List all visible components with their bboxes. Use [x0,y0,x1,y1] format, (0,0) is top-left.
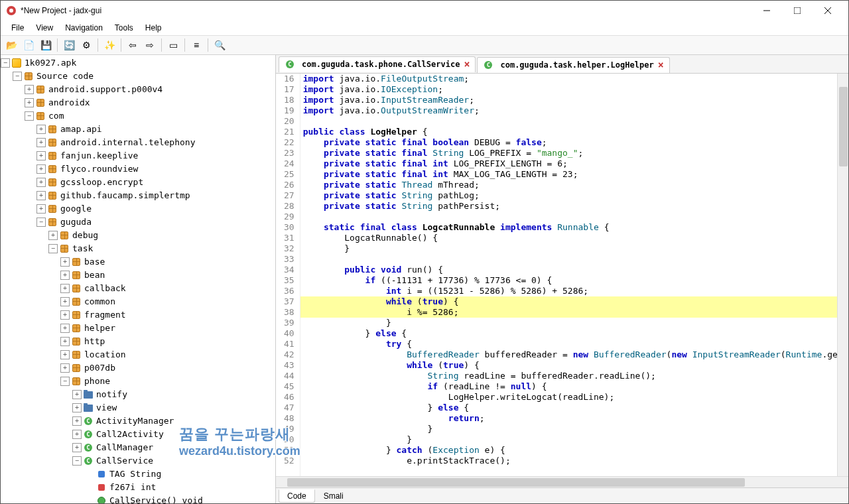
tree-label[interactable]: http [84,336,105,347]
code-line[interactable]: private static Thread mThread; [300,180,848,190]
tree-node[interactable]: −1k0927.apk [1,56,275,70]
tree-label[interactable]: 1k0927.apk [25,57,76,69]
tree-node[interactable]: +flyco.roundview [1,162,275,176]
tree-node[interactable]: +helper [1,322,275,335]
tab-close-icon[interactable]: × [658,59,664,71]
code-line[interactable]: public class LogHelper { [300,127,848,137]
tree-label[interactable]: CallService [96,455,153,467]
code-line[interactable]: public void run() { [300,265,848,275]
tree-node[interactable]: +base [1,255,275,269]
toolbar-forward-button[interactable]: ⇨ [142,37,158,53]
bottom-tab-smali[interactable]: Smali [315,489,352,503]
tree-toggle-icon[interactable]: + [72,390,82,399]
code-line[interactable]: private static String pathLog; [300,190,848,201]
code-line[interactable]: import java.io.IOException; [300,84,848,95]
tree-toggle-icon[interactable]: + [60,257,70,267]
tree-node[interactable]: +callback [1,282,275,295]
tree-node[interactable]: +android.internal.telephony [1,136,275,149]
code-line[interactable]: return; [300,413,848,424]
tree-toggle-icon[interactable]: − [36,218,46,227]
tree-node[interactable]: +CActivityManager [1,414,275,428]
editor-tab[interactable]: Ccom.guguda.task.phone.CallService× [279,56,476,72]
code-line[interactable]: private static final int LOG_PREFIX_LENG… [300,158,848,169]
tab-close-icon[interactable]: × [464,58,470,70]
menu-view[interactable]: View [31,22,58,34]
tree-toggle-icon[interactable]: − [48,244,58,253]
tree-label[interactable]: bean [84,269,105,281]
menu-file[interactable]: File [6,22,29,34]
tree-node[interactable]: +fanjun.keeplive [1,149,275,162]
tree-node[interactable]: +amap.api [1,123,275,136]
tree-node[interactable]: −CCallService [1,454,275,468]
tree-toggle-icon[interactable]: + [60,284,70,293]
tree-node[interactable]: +google [1,202,275,216]
code-line[interactable]: } else { [300,403,848,413]
tree-node[interactable]: CallService() void [1,494,275,503]
tree-toggle-icon[interactable]: + [60,337,70,346]
tree-label[interactable]: android.internal.telephony [60,137,196,149]
maximize-button[interactable] [782,1,813,21]
code-line[interactable]: if (readLine != null) { [300,381,848,392]
tree-label[interactable]: TAG String [109,468,161,480]
tree-toggle-icon[interactable]: + [60,363,70,373]
code-line[interactable]: } catch (Exception e) { [300,445,848,456]
tree-toggle-icon[interactable]: − [72,456,82,466]
tree-node[interactable]: +notify [1,388,275,401]
code-line[interactable] [300,254,848,265]
tree-toggle-icon[interactable]: + [72,403,82,412]
tree-node[interactable]: +github.faucamp.simplertmp [1,189,275,202]
code-line[interactable]: } [300,318,848,328]
tree-toggle-icon[interactable]: + [60,350,70,359]
code-line[interactable]: import java.io.OutputStreamWriter; [300,105,848,116]
tree-toggle-icon[interactable]: + [36,151,46,160]
code-line[interactable]: static final class LogcatRunnable implem… [300,222,848,233]
tree-node[interactable]: +androidx [1,96,275,109]
tree-toggle-icon[interactable]: + [36,191,46,200]
code-line[interactable]: if ((-11131 + 17736) % 17736 <= 0) { [300,275,848,286]
editor-vscrollbar[interactable] [837,74,848,476]
toolbar-sync-button[interactable]: 🔄 [61,37,77,53]
tree-label[interactable]: common [84,296,115,308]
tree-label[interactable]: google [60,203,92,215]
code-line[interactable]: int i = ((15231 - 5286) % 5286) + 5286; [300,286,848,296]
tree-label[interactable]: github.faucamp.simplertmp [60,190,190,202]
code-line[interactable]: while (true) { [300,296,848,307]
code-line[interactable]: LogHelper.writeLogcat(readLine); [300,392,848,403]
tree-toggle-icon[interactable]: + [48,231,58,240]
code-line[interactable]: String readLine = bufferedReader.readLin… [300,371,848,381]
code-line[interactable]: } else { [300,328,848,339]
code-line[interactable]: i %= 5286; [300,307,848,318]
tree-toggle-icon[interactable]: + [36,138,46,147]
tree-node[interactable]: +fragment [1,308,275,322]
toolbar-settings-button[interactable]: ⚙ [78,37,94,53]
tree-toggle-icon[interactable]: + [72,443,82,452]
tree-node[interactable]: −task [1,242,275,255]
tree-label[interactable]: androidx [48,97,90,109]
tree-node[interactable]: −com [1,109,275,123]
tree-label[interactable]: Call2Activity [96,428,164,440]
tree-toggle-icon[interactable]: + [36,178,46,187]
tree-node[interactable]: −phone [1,375,275,388]
menu-tools[interactable]: Tools [109,22,139,34]
toolbar-indent-button[interactable]: ≡ [188,37,204,53]
tree-node[interactable]: TAG String [1,468,275,481]
tree-toggle-icon[interactable]: + [72,416,82,426]
tree-label[interactable]: fragment [84,309,126,321]
tree-toggle-icon[interactable]: + [60,310,70,320]
code-line[interactable]: private static final boolean DEBUG = fal… [300,137,848,148]
tree-toggle-icon[interactable]: − [1,58,10,68]
tree-toggle-icon[interactable]: + [36,164,46,174]
tree-toggle-icon[interactable]: − [60,377,70,386]
code-line[interactable]: e.printStackTrace(); [300,456,848,466]
tree-label[interactable]: amap.api [60,123,102,135]
code-line[interactable]: import java.io.FileOutputStream; [300,74,848,84]
tree-node[interactable]: +view [1,401,275,414]
tree-label[interactable]: flyco.roundview [60,163,138,175]
tree-node[interactable]: +p007db [1,361,275,375]
editor-hscrollbar[interactable] [276,476,848,487]
tree-label[interactable]: helper [84,322,115,334]
tree-label[interactable]: com [48,110,64,122]
tree-label[interactable]: fanjun.keeplive [60,150,138,162]
tree-node[interactable]: +debug [1,229,275,242]
code-line[interactable]: } [300,424,848,434]
